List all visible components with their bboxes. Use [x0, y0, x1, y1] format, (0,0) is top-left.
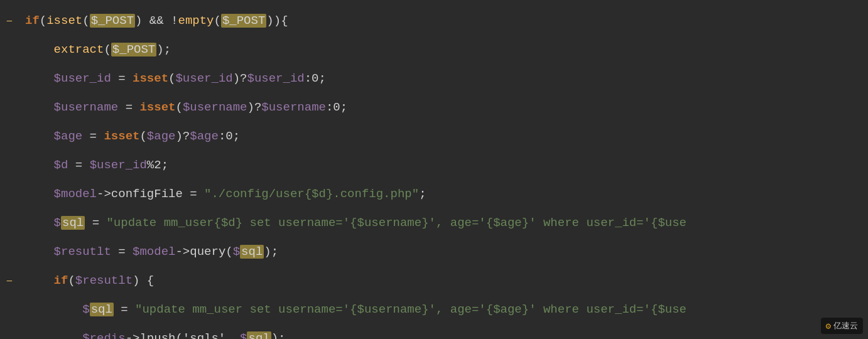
- brand-icon: ⚙: [826, 321, 831, 331]
- code-line-9: $resutlt = $model->query($sql);: [0, 237, 868, 266]
- code-line-4: $username = isset($username)?$username:0…: [0, 93, 868, 122]
- code-content: — if(isset($_POST) && !empty($_POST)){ e…: [0, 0, 868, 339]
- code-line-5: $age = isset($age)?$age:0;: [0, 122, 868, 151]
- code-line-1: — if(isset($_POST) && !empty($_POST)){: [0, 6, 868, 35]
- brand-label: 亿速云: [833, 320, 858, 331]
- line-content-10: if($resutlt) {: [19, 272, 868, 290]
- line-content-11: $sql = "update mm_user set username='{$u…: [19, 301, 868, 319]
- line-content-8: $sql = "update mm_user{$d} set username=…: [19, 214, 868, 232]
- code-line-8: $sql = "update mm_user{$d} set username=…: [0, 208, 868, 237]
- line-content-7: $model->configFile = "./config/user{$d}.…: [19, 185, 868, 203]
- line-content-6: $d = $user_id%2;: [19, 156, 868, 175]
- line-gutter-10: —: [0, 276, 19, 286]
- line-content-5: $age = isset($age)?$age:0;: [19, 127, 868, 146]
- code-line-6: $d = $user_id%2;: [0, 151, 868, 180]
- line-content-2: extract($_POST);: [19, 41, 868, 59]
- code-line-7: $model->configFile = "./config/user{$d}.…: [0, 180, 868, 208]
- code-line-10: — if($resutlt) {: [0, 266, 868, 295]
- line-gutter-1: —: [0, 16, 19, 26]
- code-editor: — if(isset($_POST) && !empty($_POST)){ e…: [0, 0, 868, 339]
- line-content-3: $user_id = isset($user_id)?$user_id:0;: [19, 70, 868, 88]
- line-content-4: $username = isset($username)?$username:0…: [19, 99, 868, 117]
- brand-badge: ⚙ 亿速云: [821, 318, 863, 334]
- line-content-1: if(isset($_POST) && !empty($_POST)){: [19, 12, 868, 30]
- line-content-9: $resutlt = $model->query($sql);: [19, 243, 868, 261]
- code-line-2: extract($_POST);: [0, 35, 868, 64]
- code-line-11: $sql = "update mm_user set username='{$u…: [0, 295, 868, 324]
- code-line-3: $user_id = isset($user_id)?$user_id:0;: [0, 64, 868, 93]
- line-content-12: $redis->lpush('sqls', $sql);: [19, 330, 868, 339]
- code-line-12: $redis->lpush('sqls', $sql);: [0, 324, 868, 339]
